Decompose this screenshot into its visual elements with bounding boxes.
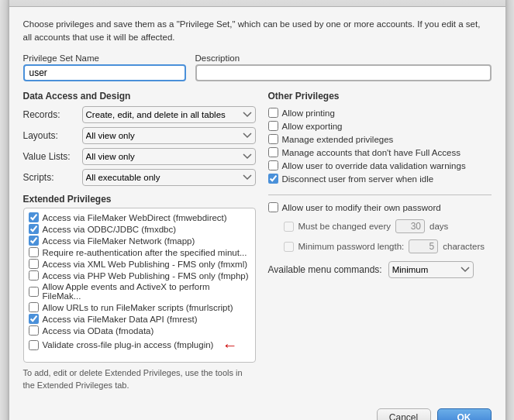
desc-field-group: Description xyxy=(195,53,492,81)
list-item: Allow user to override data validation w… xyxy=(268,159,492,172)
manage-ext-priv-checkbox[interactable] xyxy=(268,134,278,144)
valuelists-dropdown[interactable]: All view only All no access Custom privi… xyxy=(82,148,256,165)
records-dropdown[interactable]: Create, edit, and delete in all tables A… xyxy=(82,106,256,123)
password-section: Allow user to modify their own password … xyxy=(268,201,492,255)
ext-priv-fmapp-label: Access via FileMaker Network (fmapp) xyxy=(43,236,195,246)
must-change-checkbox[interactable] xyxy=(284,222,294,232)
left-column: Data Access and Design Records: Create, … xyxy=(23,91,256,391)
ext-priv-fmodata-label: Access via OData (fmodata) xyxy=(43,326,154,336)
list-item: Allow printing xyxy=(268,106,492,119)
valuelists-label: Value Lists: xyxy=(23,151,78,162)
must-change-row: Must be changed every days xyxy=(268,218,492,235)
ext-priv-appleevent-label: Allow Apple events and ActiveX to perfor… xyxy=(43,282,250,301)
list-item: Disconnect user from server when idle xyxy=(268,172,492,185)
layouts-label: Layouts: xyxy=(23,130,78,141)
list-item: Validate cross-file plug-in access (fmpl… xyxy=(29,336,250,353)
min-length-checkbox[interactable] xyxy=(284,242,294,252)
valuelists-row: Value Lists: All view only All no access… xyxy=(23,148,256,165)
ext-priv-fmxml-checkbox[interactable] xyxy=(29,259,39,269)
list-item: Manage accounts that don't have Full Acc… xyxy=(268,146,492,159)
scripts-dropdown[interactable]: All executable only All no access Custom… xyxy=(82,169,256,186)
other-privileges-section: Other Privileges Allow printing Allow ex… xyxy=(268,91,492,185)
min-length-row: Minimum password length: characters xyxy=(268,238,492,255)
other-privileges-title: Other Privileges xyxy=(268,91,492,102)
override-validation-label: Allow user to override data validation w… xyxy=(282,161,466,170)
right-column: Other Privileges Allow printing Allow ex… xyxy=(268,91,492,391)
extended-privileges-section: Extended Privileges Access via FileMaker… xyxy=(23,194,256,391)
edit-privilege-set-window: Edit Privilege Set Choose privileges and… xyxy=(9,0,505,420)
ext-priv-fmrest-label: Access via FileMaker Data API (fmrest) xyxy=(43,315,198,324)
manage-ext-priv-label: Manage extended privileges xyxy=(282,135,394,144)
menu-commands-row: Available menu commands: Minimum All Edi… xyxy=(268,261,492,278)
intro-text: Choose privileges and save them as a "Pr… xyxy=(23,18,492,45)
scripts-row: Scripts: All executable only All no acce… xyxy=(23,169,256,186)
min-length-unit: characters xyxy=(443,242,485,251)
records-label: Records: xyxy=(23,109,78,120)
name-field-group: Privilege Set Name xyxy=(23,53,186,81)
list-item: Access via ODBC/JDBC (fmxdbc) xyxy=(29,223,250,235)
ext-priv-fmphp-checkbox[interactable] xyxy=(29,270,39,281)
arrow-icon: ← xyxy=(222,337,237,353)
list-item: Access via OData (fmodata) xyxy=(29,325,250,336)
disconnect-idle-checkbox[interactable] xyxy=(268,174,278,184)
ext-priv-fmodata-checkbox[interactable] xyxy=(29,325,39,336)
privilege-set-name-input[interactable] xyxy=(23,64,186,81)
menu-commands-dropdown[interactable]: Minimum All Editing only xyxy=(388,261,474,278)
ext-priv-fmxml-label: Access via XML Web Publishing - FMS only… xyxy=(43,260,248,269)
override-validation-checkbox[interactable] xyxy=(268,160,278,170)
ext-priv-fmurlscript-label: Allow URLs to run FileMaker scripts (fmu… xyxy=(43,303,233,312)
list-item: Access via PHP Web Publishing - FMS only… xyxy=(29,270,250,281)
ext-priv-appleevent-checkbox[interactable] xyxy=(29,287,39,297)
description-input[interactable] xyxy=(195,64,492,81)
disconnect-idle-label: Disconnect user from server when idle xyxy=(282,174,434,184)
menu-commands-label: Available menu commands: xyxy=(268,264,382,275)
desc-label: Description xyxy=(195,53,492,63)
list-item: Allow URLs to run FileMaker scripts (fmu… xyxy=(29,301,250,313)
manage-accounts-checkbox[interactable] xyxy=(268,147,278,157)
ext-priv-fmwebdirect-checkbox[interactable] xyxy=(29,212,39,222)
extended-privileges-title: Extended Privileges xyxy=(23,194,256,205)
ext-priv-fmplugin-label: Validate cross-file plug-in access (fmpl… xyxy=(43,340,214,349)
records-row: Records: Create, edit, and delete in all… xyxy=(23,106,256,123)
list-item: Access via FileMaker WebDirect (fmwebdir… xyxy=(29,212,250,223)
list-item: Access via FileMaker Data API (fmrest) xyxy=(29,313,250,325)
list-item: Allow Apple events and ActiveX to perfor… xyxy=(29,281,250,301)
ext-priv-reauth-checkbox[interactable] xyxy=(29,247,39,257)
extended-privileges-list: Access via FileMaker WebDirect (fmwebdir… xyxy=(23,208,256,363)
ext-priv-fmrest-checkbox[interactable] xyxy=(29,314,39,324)
allow-modify-password-label: Allow user to modify their own password xyxy=(282,203,441,212)
data-access-title: Data Access and Design xyxy=(23,91,256,102)
titlebar: Edit Privilege Set xyxy=(9,0,505,7)
allow-printing-label: Allow printing xyxy=(282,108,335,118)
layouts-row: Layouts: All view only All no access Cus… xyxy=(23,127,256,144)
ext-priv-fmplugin-checkbox[interactable] xyxy=(29,340,39,350)
name-label: Privilege Set Name xyxy=(23,53,186,63)
list-item: Allow exporting xyxy=(268,119,492,133)
must-change-label: Must be changed every xyxy=(298,222,392,231)
ext-priv-fmphp-label: Access via PHP Web Publishing - FMS only… xyxy=(43,271,249,281)
allow-exporting-label: Allow exporting xyxy=(282,122,343,131)
cancel-button[interactable]: Cancel xyxy=(377,408,431,420)
ext-priv-fmurlscript-checkbox[interactable] xyxy=(29,302,39,312)
list-item: Require re-authentication after the spec… xyxy=(29,246,250,258)
layouts-dropdown[interactable]: All view only All no access Custom privi… xyxy=(82,127,256,144)
list-item: Manage extended privileges xyxy=(268,133,492,146)
ext-priv-reauth-label: Require re-authentication after the spec… xyxy=(43,248,247,257)
allow-modify-password-checkbox[interactable] xyxy=(268,202,278,212)
divider xyxy=(268,195,492,195)
dialog-content: Choose privileges and save them as a "Pr… xyxy=(9,7,505,401)
ext-privileges-note: To add, edit or delete Extended Privileg… xyxy=(23,367,256,391)
list-item: Access via FileMaker Network (fmapp) xyxy=(29,235,250,246)
ext-priv-fmxdbc-checkbox[interactable] xyxy=(29,224,39,234)
allow-modify-password-item: Allow user to modify their own password xyxy=(268,201,492,213)
ok-button[interactable]: OK xyxy=(437,408,492,420)
ext-priv-fmapp-checkbox[interactable] xyxy=(29,236,39,246)
ext-priv-fmxdbc-label: Access via ODBC/JDBC (fmxdbc) xyxy=(43,225,177,234)
dialog-footer: Cancel OK xyxy=(9,401,505,420)
allow-printing-checkbox[interactable] xyxy=(268,108,278,118)
allow-exporting-checkbox[interactable] xyxy=(268,121,278,131)
main-area: Data Access and Design Records: Create, … xyxy=(23,91,492,391)
must-change-days-input[interactable] xyxy=(395,219,425,233)
min-length-input[interactable] xyxy=(409,239,438,253)
name-desc-row: Privilege Set Name Description xyxy=(23,53,492,81)
